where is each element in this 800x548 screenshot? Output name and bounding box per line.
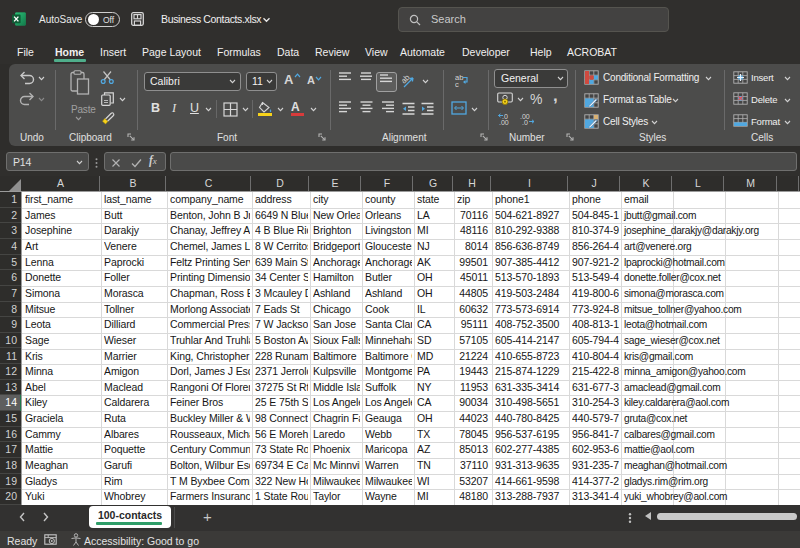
svg-text:c: c (455, 80, 459, 88)
svg-text:ab: ab (402, 74, 412, 86)
svg-text:.00: .00 (499, 119, 509, 125)
svg-text:.0: .0 (522, 119, 528, 125)
